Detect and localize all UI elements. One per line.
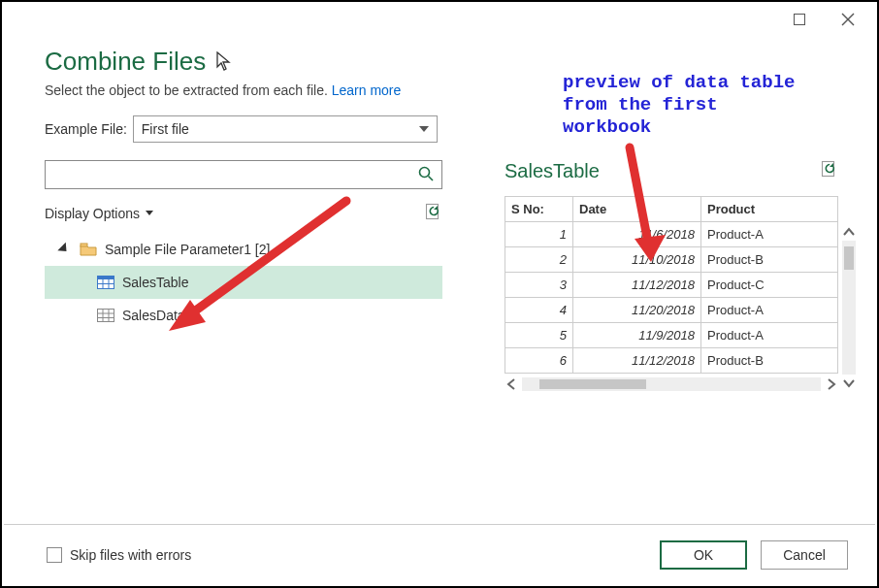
tree-item-label: SalesTable [122,275,189,290]
preview-title: SalesTable [505,160,600,182]
dialog-footer: Skip files with errors OK Cancel [4,524,875,584]
close-icon [841,13,855,26]
refresh-button[interactable] [425,203,442,223]
object-tree: Sample File Parameter1 [2] SalesTable Sa… [45,233,442,332]
example-file-dropdown[interactable]: First file [133,115,438,143]
learn-more-link[interactable]: Learn more [332,82,402,98]
refresh-icon [821,160,838,178]
skip-errors-label: Skip files with errors [70,547,191,563]
tree-root[interactable]: Sample File Parameter1 [2] [45,233,442,266]
cursor-icon [215,51,233,73]
checkbox-icon [47,547,62,563]
scroll-down-icon [842,376,856,390]
scroll-right-icon [825,377,838,391]
display-options-dropdown[interactable]: Display Options [45,206,153,221]
col-header[interactable]: Date [573,197,701,222]
search-input[interactable] [53,166,418,183]
scroll-left-icon [505,377,518,391]
titlebar [2,2,877,37]
close-button[interactable] [827,6,869,33]
tree-item-salesdata[interactable]: SalesData [45,299,442,332]
svg-line-4 [429,176,434,180]
ok-button[interactable]: OK [660,540,747,570]
table-row[interactable]: 211/10/2018Product-B [505,247,838,273]
tree-item-label: SalesData [122,308,185,323]
svg-rect-0 [795,15,805,25]
search-icon [418,166,434,184]
table-row[interactable]: 311/12/2018Product-C [505,273,838,298]
maximize-button[interactable] [778,6,821,33]
skip-errors-checkbox[interactable]: Skip files with errors [47,547,191,563]
expand-icon [57,242,70,254]
preview-table: S No: Date Product 111/6/2018Product-A 2… [505,196,838,374]
svg-point-3 [420,167,430,177]
table-header-row: S No: Date Product [505,197,838,222]
scroll-thumb[interactable] [844,246,854,270]
folder-icon [80,242,97,257]
scroll-thumb[interactable] [539,379,646,389]
annotation-text: preview of data table from the first wor… [563,72,795,138]
col-header[interactable]: Product [701,197,838,222]
search-input-wrapper[interactable] [45,160,442,189]
example-file-value: First file [142,121,189,137]
chevron-down-icon [419,126,429,132]
table-row[interactable]: 611/12/2018Product-B [505,348,838,374]
refresh-icon [425,203,442,220]
tree-root-label: Sample File Parameter1 [2] [105,242,270,257]
vertical-scrollbar[interactable] [840,225,858,390]
display-options-label: Display Options [45,206,140,221]
grid-icon [97,308,114,323]
preview-refresh-button[interactable] [821,160,838,182]
table-row[interactable]: 411/20/2018Product-A [505,298,838,323]
svg-rect-6 [81,244,87,246]
svg-rect-5 [427,205,439,219]
scroll-up-icon [842,225,856,239]
col-header[interactable]: S No: [505,197,573,222]
cancel-button[interactable]: Cancel [761,540,848,570]
tree-item-salestable[interactable]: SalesTable [45,266,442,299]
example-file-label: Example File: [45,121,127,137]
svg-rect-8 [98,277,114,280]
table-icon [97,275,114,290]
scroll-track[interactable] [522,377,821,391]
svg-rect-12 [98,310,114,322]
table-row[interactable]: 111/6/2018Product-A [505,222,838,247]
table-row[interactable]: 511/9/2018Product-A [505,323,838,348]
maximize-icon [794,14,805,25]
horizontal-scrollbar[interactable] [505,376,838,393]
chevron-down-icon [146,211,153,215]
svg-rect-17 [823,162,834,177]
scroll-track[interactable] [842,241,856,375]
